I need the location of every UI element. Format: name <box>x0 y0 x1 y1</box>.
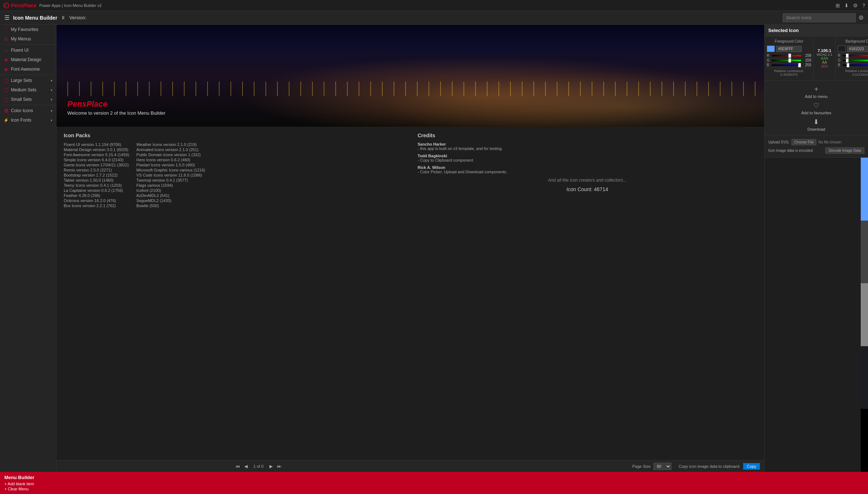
add-to-favourites-label: Add to favourites <box>801 111 832 115</box>
hero-banner: PensPlace Welcome to version 2 of the Ic… <box>56 25 764 127</box>
color-strip-item[interactable] <box>861 158 868 221</box>
second-bar: ☰ Icon Menu Builder ⏸ Version: ⚙ <box>0 11 868 25</box>
sidebar-item-label: Font Awesome <box>11 67 52 72</box>
add-blank-item-btn[interactable]: + Add blank item <box>4 482 864 486</box>
help-icon[interactable]: ? <box>862 3 865 8</box>
credits-col: Credits Sancho Harker- this app is built… <box>410 133 757 208</box>
hero-text: PensPlace Welcome to version 2 of the Ic… <box>67 99 165 116</box>
bg-r-slider[interactable] <box>843 55 868 56</box>
sidebar-item-label: Fluent UI <box>11 48 52 53</box>
download-btn[interactable]: ⬇ Download <box>808 118 825 131</box>
copy-button[interactable]: Copy <box>743 463 760 470</box>
sidebar-item-favourites[interactable]: ♡ My Favourites <box>0 25 56 34</box>
fg-b-row: B 255 <box>767 63 811 67</box>
fg-swatch[interactable] <box>767 46 775 52</box>
bg-g-row: G 29 <box>838 58 868 62</box>
add-to-menu-label: Add to menu <box>805 94 828 99</box>
page-size-select[interactable]: 80 40 120 <box>654 463 671 470</box>
prev-page-btn[interactable]: ◀ <box>243 463 249 470</box>
add-to-menu-btn[interactable]: ＋ Add to menu <box>805 84 828 99</box>
fluent-icon: ◇ <box>4 48 9 53</box>
sidebar-item-small[interactable]: ◯ Small Sets ▾ <box>0 95 56 104</box>
city-lights <box>56 82 764 96</box>
fg-hex-input[interactable] <box>776 46 802 52</box>
add-to-favourites-btn[interactable]: ♡ Add to favourites <box>801 102 832 115</box>
list-item: Twemoji version 0.4.1 (3577) <box>137 178 205 183</box>
logo-text: PensPlace <box>11 3 36 8</box>
download-label: Download <box>808 127 825 131</box>
chevron-down-icon: ▾ <box>51 88 52 92</box>
color-strip-item[interactable] <box>861 283 868 346</box>
bg-b-row: B 35 <box>838 63 868 67</box>
download-icon[interactable]: ⬇ <box>844 3 849 8</box>
bg-swatch[interactable] <box>838 46 846 52</box>
contrast-box: 7.105:1 WCAG 2.1 AAA AA MIN <box>814 36 836 80</box>
color-strip-item[interactable] <box>861 221 868 284</box>
main-layout: ♡ My Favourites ☰ My Menus ◇ Fluent UI ◉… <box>0 25 868 472</box>
sidebar-divider <box>0 105 56 105</box>
svg-text:P: P <box>5 4 7 7</box>
pack-list-2: Weather Icons version 2.1.0 (219)Animate… <box>137 142 205 208</box>
min-badge: MIN <box>821 64 828 68</box>
right-panel: Selected Icon Foreground Color R 158 G <box>764 25 868 472</box>
chevron-down-icon: ▾ <box>51 109 52 113</box>
sidebar-divider <box>0 75 56 75</box>
list-item: Material Design version 3.0.1 (6029) <box>64 147 129 152</box>
color-strip-item[interactable] <box>861 409 868 472</box>
content-area: PensPlace Welcome to version 2 of the Ic… <box>56 25 764 472</box>
bg-hex-input[interactable] <box>847 46 868 52</box>
sidebar-item-label: Large Sets <box>11 78 48 83</box>
sidebar: ♡ My Favourites ☰ My Menus ◇ Fluent UI ◉… <box>0 25 56 472</box>
sidebar-item-label: Material Design <box>11 57 52 62</box>
next-page-btn[interactable]: ▶ <box>268 463 274 470</box>
fg-r-slider[interactable] <box>772 55 801 56</box>
credit-name: Sancho Harker <box>418 142 446 146</box>
clear-menu-btn[interactable]: + Clear Menu <box>4 487 864 491</box>
fg-g-slider[interactable] <box>772 60 801 61</box>
sidebar-item-label: My Favourites <box>11 27 52 32</box>
color-strip-item[interactable] <box>861 346 868 409</box>
choose-file-btn[interactable]: Choose File <box>792 139 816 145</box>
list-item: Feather 4.28.0 (286) <box>64 193 129 198</box>
sidebar-item-fontawesome[interactable]: ◉ Font Awesome <box>0 64 56 74</box>
decode-btn[interactable]: Decode Image Data <box>825 147 864 154</box>
medium-icon: ◯ <box>4 88 9 92</box>
sidebar-item-menus[interactable]: ☰ My Menus <box>0 34 56 44</box>
menu-builder-actions: + Add blank item + Clear Menu <box>4 482 864 491</box>
sidebar-item-large[interactable]: ◯ Large Sets ▾ <box>0 76 56 85</box>
first-page-btn[interactable]: ⏮ <box>234 463 241 470</box>
credit-person: Todd Bagkinski- Copy to Clipboard compon… <box>418 154 757 162</box>
top-bar-right: ⊞ ⬇ ⚙ ? <box>836 3 865 8</box>
choose-file-text: Choose File <box>794 140 813 144</box>
sidebar-item-label: Small Sets <box>11 97 48 102</box>
download-icon: ⬇ <box>813 118 819 126</box>
sidebar-item-material[interactable]: ◉ Material Design <box>0 55 56 64</box>
menu-toggle[interactable]: ☰ <box>4 14 9 21</box>
pagination-controls: ⏮ ◀ 1 of 0 ▶ ⏭ <box>234 463 283 470</box>
sidebar-item-color-icons[interactable]: 🖼 Color Icons ▾ <box>0 106 56 115</box>
list-item: Tabler version 1.50.0 (1460) <box>64 178 129 183</box>
grid-icon[interactable]: ⊞ <box>836 3 840 8</box>
bg-preview-row <box>838 46 868 52</box>
chevron-down-icon: ▾ <box>51 98 52 102</box>
fg-b-slider[interactable] <box>772 64 801 66</box>
settings-icon[interactable]: ⚙ <box>859 14 864 21</box>
bg-g-slider[interactable] <box>843 60 868 61</box>
sidebar-item-medium[interactable]: ◯ Medium Sets ▾ <box>0 85 56 95</box>
list-item: Weather Icons version 2.1.0 (219) <box>137 142 205 147</box>
sidebar-item-icon-fonts[interactable]: ⚡ Icon Fonts ▾ <box>0 115 56 125</box>
sidebar-item-label: Icon Fonts <box>11 118 48 123</box>
aa-badge: AA <box>822 60 827 64</box>
sidebar-divider <box>0 44 56 45</box>
file-name: No file chosen <box>818 140 841 144</box>
menu-builder-title: Menu Builder <box>4 475 864 480</box>
sidebar-item-fluent[interactable]: ◇ Fluent UI <box>0 46 56 55</box>
copy-label: Copy icon image data to clipboard: <box>674 464 740 469</box>
second-bar-right: ⚙ <box>783 13 864 22</box>
search-input[interactable] <box>783 13 856 22</box>
bg-b-slider[interactable] <box>843 64 868 66</box>
gear-icon[interactable]: ⚙ <box>853 3 858 8</box>
credits-footer: And all the icon creators and collectors… <box>418 178 757 183</box>
logo: P PensPlace <box>3 2 36 9</box>
last-page-btn[interactable]: ⏭ <box>276 463 283 470</box>
